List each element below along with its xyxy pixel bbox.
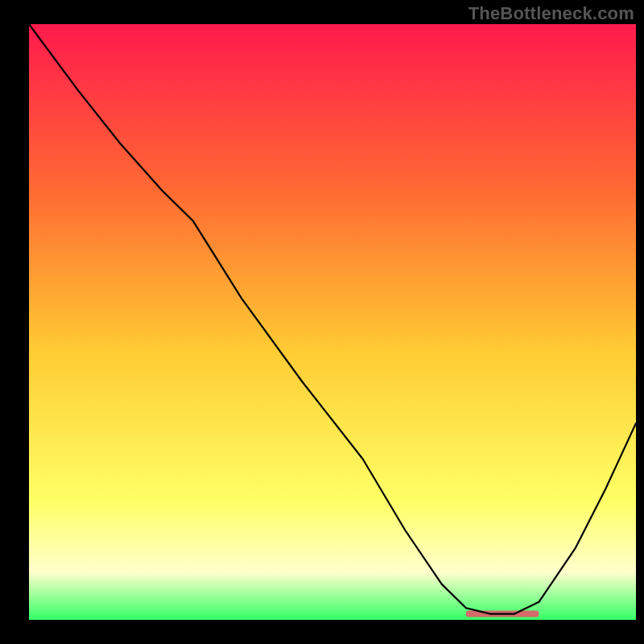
- chart-root: TheBottleneck.com: [0, 0, 644, 644]
- bottleneck-chart: [0, 0, 644, 644]
- plot-background: [29, 24, 636, 620]
- watermark-text: TheBottleneck.com: [469, 3, 634, 24]
